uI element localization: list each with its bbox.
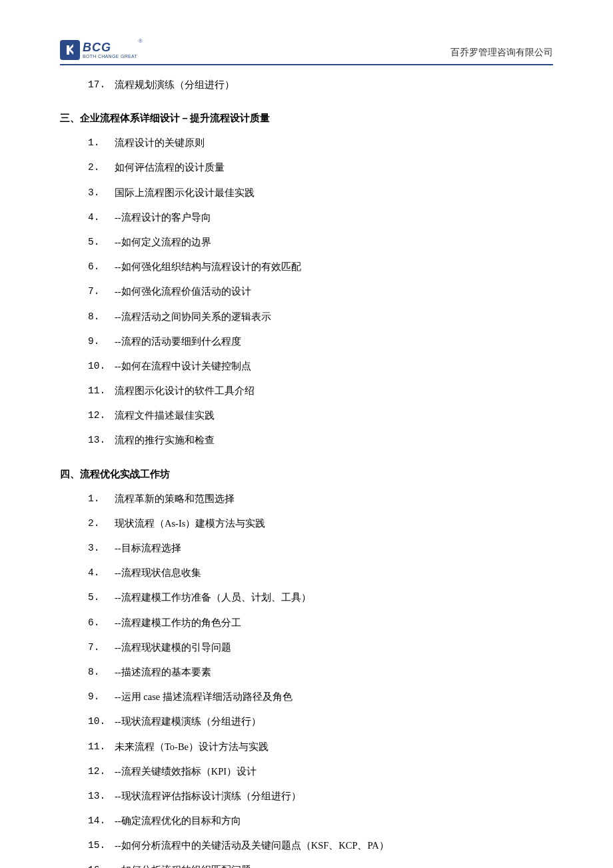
list-item: 14.--确定流程优化的目标和方向 (88, 813, 553, 829)
list-item: 12.--流程关键绩效指标（KPI）设计 (88, 764, 553, 779)
previous-section-continuation: 17.流程规划演练（分组进行） (60, 77, 553, 93)
list-item: 7.--如何强化流程价值活动的设计 (88, 284, 553, 299)
list-item: 10.--如何在流程中设计关键控制点 (88, 359, 553, 374)
list-text: 流程文件描述最佳实践 (115, 408, 215, 423)
list-item: 2.如何评估流程的设计质量 (88, 160, 553, 175)
list-number: 9. (88, 334, 115, 349)
list-number: 8. (88, 309, 115, 325)
list-text: 流程革新的策略和范围选择 (115, 491, 235, 507)
list-item: 12.流程文件描述最佳实践 (88, 408, 553, 423)
list-item: 10.--现状流程建模演练（分组进行） (88, 714, 553, 729)
list-number: 11. (88, 739, 115, 755)
list-item: 6.--流程建模工作坊的角色分工 (88, 615, 553, 631)
list-number: 1. (88, 491, 115, 507)
list-text: --现状流程评估指标设计演练（分组进行） (115, 789, 301, 804)
list-number: 17. (88, 77, 115, 93)
list-item: 5.--流程建模工作坊准备（人员、计划、工具） (88, 590, 553, 605)
list-number: 7. (88, 284, 115, 299)
logo-main: BCG (83, 41, 137, 53)
list-number: 13. (88, 433, 115, 448)
list-item: 3.--目标流程选择 (88, 541, 553, 556)
list-number: 1. (88, 135, 115, 151)
list-text: 现状流程（As-Is）建模方法与实践 (115, 516, 265, 531)
list-number: 12. (88, 408, 115, 423)
list-text: --流程建模工作坊的角色分工 (115, 615, 241, 631)
list-text: --运用 case 描述流程详细活动路径及角色 (115, 689, 293, 705)
logo: BCG BOTH CHANGE GREAT (60, 40, 137, 60)
company-name: 百乔罗管理咨询有限公司 (450, 45, 553, 60)
list-number: 4. (88, 565, 115, 581)
document-page: BCG BOTH CHANGE GREAT ® 百乔罗管理咨询有限公司 17.流… (0, 0, 613, 868)
prev-list: 17.流程规划演练（分组进行） (88, 77, 553, 93)
list-number: 14. (88, 813, 115, 829)
list-number: 7. (88, 640, 115, 655)
list-number: 5. (88, 590, 115, 605)
section-title: 四、流程优化实战工作坊 (60, 466, 553, 482)
list-text: --确定流程优化的目标和方向 (115, 813, 241, 829)
list-item: 4.--流程现状信息收集 (88, 565, 553, 581)
list-text: 国际上流程图示化设计最佳实践 (115, 185, 255, 201)
list-number: 5. (88, 235, 115, 250)
logo-text: BCG BOTH CHANGE GREAT (83, 41, 137, 59)
list-item: 1.流程革新的策略和范围选择 (88, 491, 553, 507)
list-text: --流程的活动要细到什么程度 (115, 334, 241, 349)
section-title: 三、企业流程体系详细设计－提升流程设计质量 (60, 110, 553, 126)
list-item: 13.--现状流程评估指标设计演练（分组进行） (88, 789, 553, 804)
list-number: 3. (88, 185, 115, 201)
list-text: --目标流程选择 (115, 541, 181, 556)
list-text: --现状流程建模演练（分组进行） (115, 714, 261, 729)
list-item: 11.流程图示化设计的软件工具介绍 (88, 383, 553, 399)
list-text: 如何评估流程的设计质量 (115, 160, 225, 175)
list-item: 1.流程设计的关键原则 (88, 135, 553, 151)
list-number: 10. (88, 714, 115, 729)
list-item: 5.--如何定义流程的边界 (88, 235, 553, 250)
list-item: 11.未来流程（To-Be）设计方法与实践 (88, 739, 553, 755)
list-text: --描述流程的基本要素 (115, 665, 211, 680)
list-number: 12. (88, 764, 115, 779)
list-text: --如何定义流程的边界 (115, 235, 211, 250)
list-item: 2.现状流程（As-Is）建模方法与实践 (88, 516, 553, 531)
list-number: 2. (88, 516, 115, 531)
list-item: 8.--流程活动之间协同关系的逻辑表示 (88, 309, 553, 325)
list-text: 流程的推行实施和检查 (115, 433, 215, 448)
list-number: 13. (88, 789, 115, 804)
list-item: 9.--流程的活动要细到什么程度 (88, 334, 553, 349)
logo-tagline: BOTH CHANGE GREAT (83, 54, 137, 59)
list-text: 流程图示化设计的软件工具介绍 (115, 383, 255, 399)
list-item: 17.流程规划演练（分组进行） (88, 77, 553, 93)
list-text: --如何分析流程中的关键活动及关键问题点（KSF、KCP、PA） (115, 838, 389, 853)
list-number: 2. (88, 160, 115, 175)
list-number: 11. (88, 383, 115, 399)
list-item: 9.--运用 case 描述流程详细活动路径及角色 (88, 689, 553, 705)
list-text: --如何强化流程价值活动的设计 (115, 284, 251, 299)
list-item: 6.--如何强化组织结构与流程设计的有效匹配 (88, 259, 553, 275)
list-item: 8.--描述流程的基本要素 (88, 665, 553, 680)
list-number: 6. (88, 259, 115, 275)
list-number: 4. (88, 210, 115, 225)
list-number: 10. (88, 359, 115, 374)
list-text: --如何分析流程的组织匹配问题 (115, 863, 251, 868)
list-text: --流程建模工作坊准备（人员、计划、工具） (115, 590, 311, 605)
list-number: 3. (88, 541, 115, 556)
section-list: 1.流程设计的关键原则2.如何评估流程的设计质量3.国际上流程图示化设计最佳实践… (88, 135, 553, 448)
list-number: 8. (88, 665, 115, 680)
page-header: BCG BOTH CHANGE GREAT ® 百乔罗管理咨询有限公司 (60, 40, 553, 60)
list-number: 15. (88, 838, 115, 853)
list-text: 流程规划演练（分组进行） (115, 77, 235, 93)
list-text: --流程设计的客户导向 (115, 210, 211, 225)
logo-mark-icon (60, 40, 80, 60)
list-text: --流程关键绩效指标（KPI）设计 (115, 764, 257, 779)
list-item: 13.流程的推行实施和检查 (88, 433, 553, 448)
list-text: --如何强化组织结构与流程设计的有效匹配 (115, 259, 301, 275)
list-text: --如何在流程中设计关键控制点 (115, 359, 251, 374)
list-item: 7.--流程现状建模的引导问题 (88, 640, 553, 655)
list-number: 6. (88, 615, 115, 631)
logo-block: BCG BOTH CHANGE GREAT ® (60, 40, 137, 60)
list-item: 16.--如何分析流程的组织匹配问题 (88, 863, 553, 868)
registered-mark-icon: ® (138, 36, 143, 45)
list-text: --流程现状建模的引导问题 (115, 640, 231, 655)
list-item: 3.国际上流程图示化设计最佳实践 (88, 185, 553, 201)
list-text: 流程设计的关键原则 (115, 135, 205, 151)
list-item: 4.--流程设计的客户导向 (88, 210, 553, 225)
section-list: 1.流程革新的策略和范围选择2.现状流程（As-Is）建模方法与实践3.--目标… (88, 491, 553, 868)
